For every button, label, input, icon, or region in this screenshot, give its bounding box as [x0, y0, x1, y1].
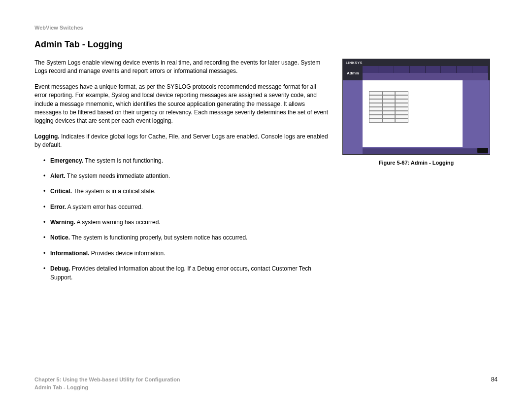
- term: Alert.: [50, 172, 66, 179]
- brand-label: LINKSYS: [346, 61, 363, 65]
- ss-tabbar: [363, 66, 488, 73]
- list-item: Emergency. The system is not functioning…: [43, 157, 330, 165]
- desc: The system is not functioning.: [83, 157, 163, 164]
- ss-table: [369, 91, 408, 123]
- term: Notice.: [50, 234, 70, 241]
- page-title: Admin Tab - Logging: [34, 39, 498, 50]
- paragraph-intro: The System Logs enable viewing device ev…: [34, 59, 330, 76]
- list-item: Informational. Provides device informati…: [43, 249, 330, 258]
- ss-body: [363, 80, 463, 147]
- desc: The system is in a critical state.: [72, 188, 156, 195]
- cisco-logo-icon: [477, 148, 488, 153]
- term: Error.: [50, 204, 66, 210]
- header-product: WebView Switches: [34, 25, 498, 31]
- paragraph-event: Event messages have a unique format, as …: [34, 83, 330, 126]
- desc: The system is functioning properly, but …: [70, 234, 247, 241]
- text-column: The System Logs enable viewing device ev…: [34, 59, 330, 289]
- list-item: Warning. A system warning has occurred.: [43, 218, 330, 227]
- paragraph-logging: Logging. Indicates if device global logs…: [34, 133, 330, 150]
- list-item: Debug. Provides detailed information abo…: [43, 265, 330, 282]
- term: Emergency.: [50, 157, 83, 164]
- term: Informational.: [50, 250, 89, 257]
- content-area: The System Logs enable viewing device ev…: [34, 59, 498, 289]
- desc: A system error has occurred.: [66, 204, 143, 210]
- list-item: Alert. The system needs immediate attent…: [43, 172, 330, 180]
- list-item: Critical. The system is in a critical st…: [43, 187, 330, 196]
- desc: Provides detailed information about the …: [50, 265, 311, 280]
- term: Debug.: [50, 265, 70, 272]
- screenshot-admin-logging: LINKSYS Admin: [342, 59, 490, 155]
- ss-header: LINKSYS Admin: [343, 59, 490, 80]
- page-number: 84: [491, 376, 498, 383]
- ss-tabs: [363, 66, 488, 80]
- footer-section: Admin Tab - Logging: [34, 384, 180, 391]
- footer-left: Chapter 5: Using the Web-based Utility f…: [34, 376, 180, 391]
- logging-desc: Indicates if device global logs for Cach…: [34, 133, 328, 148]
- list-item: Error. A system error has occurred.: [43, 203, 330, 211]
- desc: The system needs immediate attention.: [66, 172, 170, 179]
- desc: Provides device information.: [89, 250, 165, 257]
- term: Critical.: [50, 188, 72, 195]
- admin-label: Admin: [347, 71, 359, 75]
- figure-column: LINKSYS Admin: [340, 59, 493, 289]
- logging-term: Logging.: [34, 133, 60, 140]
- page-footer: Chapter 5: Using the Web-based Utility f…: [34, 376, 498, 391]
- severity-list: Emergency. The system is not functioning…: [34, 157, 330, 282]
- ss-footer: [363, 148, 488, 154]
- term: Warning.: [50, 219, 75, 226]
- figure-caption: Figure 5-67: Admin - Logging: [340, 160, 493, 166]
- desc: A system warning has occurred.: [75, 219, 161, 226]
- list-item: Notice. The system is functioning proper…: [43, 234, 330, 242]
- footer-chapter: Chapter 5: Using the Web-based Utility f…: [34, 376, 180, 383]
